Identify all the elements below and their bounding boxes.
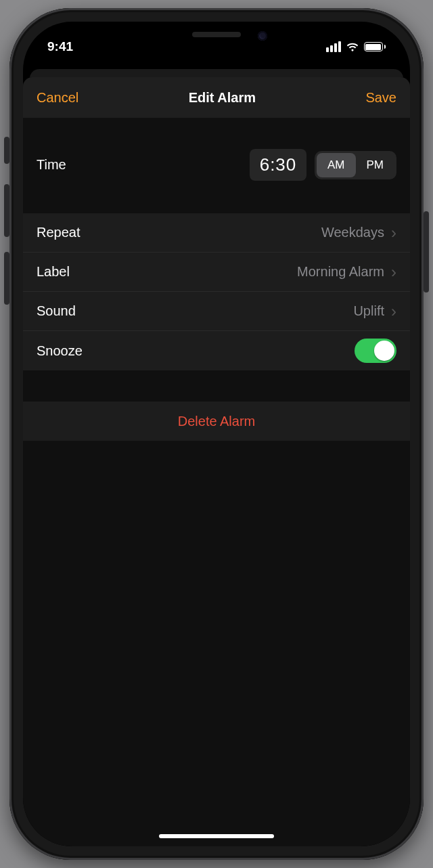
time-section: Time 6:30 AM PM	[23, 118, 410, 213]
volume-down-button[interactable]	[4, 252, 9, 305]
chevron-right-icon: ›	[391, 264, 396, 280]
home-indicator[interactable]	[159, 834, 274, 838]
speaker-grille	[192, 32, 241, 37]
label-value: Morning Alarm	[297, 264, 384, 280]
time-picker-value[interactable]: 6:30	[250, 149, 306, 181]
mute-switch[interactable]	[4, 137, 9, 164]
spacer	[23, 370, 410, 402]
save-button[interactable]: Save	[365, 90, 396, 106]
volume-up-button[interactable]	[4, 184, 9, 237]
cancel-button[interactable]: Cancel	[37, 90, 78, 106]
notch	[132, 22, 301, 47]
ampm-segmented-control[interactable]: AM PM	[315, 151, 396, 179]
nav-bar: Cancel Edit Alarm Save	[23, 77, 410, 118]
snooze-row: Snooze	[23, 331, 410, 370]
sound-row[interactable]: Sound Uplift ›	[23, 292, 410, 331]
delete-alarm-button[interactable]: Delete Alarm	[23, 402, 410, 441]
wifi-icon	[346, 40, 359, 53]
label-label: Label	[37, 264, 70, 280]
label-row[interactable]: Label Morning Alarm ›	[23, 253, 410, 292]
screen: 9:41 Cancel Edit Alarm Save	[23, 22, 410, 846]
chevron-right-icon: ›	[391, 303, 396, 320]
ampm-am[interactable]: AM	[317, 153, 356, 177]
page-title: Edit Alarm	[189, 90, 256, 106]
sound-label: Sound	[37, 303, 76, 319]
cellular-signal-icon	[326, 41, 341, 52]
repeat-value: Weekdays	[321, 225, 384, 240]
power-button[interactable]	[424, 211, 429, 292]
sound-value: Uplift	[353, 303, 384, 319]
repeat-label: Repeat	[37, 225, 81, 240]
time-label: Time	[37, 157, 66, 173]
ampm-pm[interactable]: PM	[356, 153, 395, 177]
snooze-toggle[interactable]	[355, 339, 396, 363]
chevron-right-icon: ›	[391, 225, 396, 241]
repeat-row[interactable]: Repeat Weekdays ›	[23, 213, 410, 253]
phone-frame: 9:41 Cancel Edit Alarm Save	[9, 8, 424, 860]
edit-alarm-sheet: Cancel Edit Alarm Save Time 6:30 AM PM R…	[23, 77, 410, 846]
status-time: 9:41	[47, 39, 73, 54]
battery-icon	[364, 42, 386, 51]
settings-list: Repeat Weekdays › Label Morning Alarm › …	[23, 213, 410, 370]
snooze-label: Snooze	[37, 343, 83, 359]
front-camera	[258, 31, 267, 41]
